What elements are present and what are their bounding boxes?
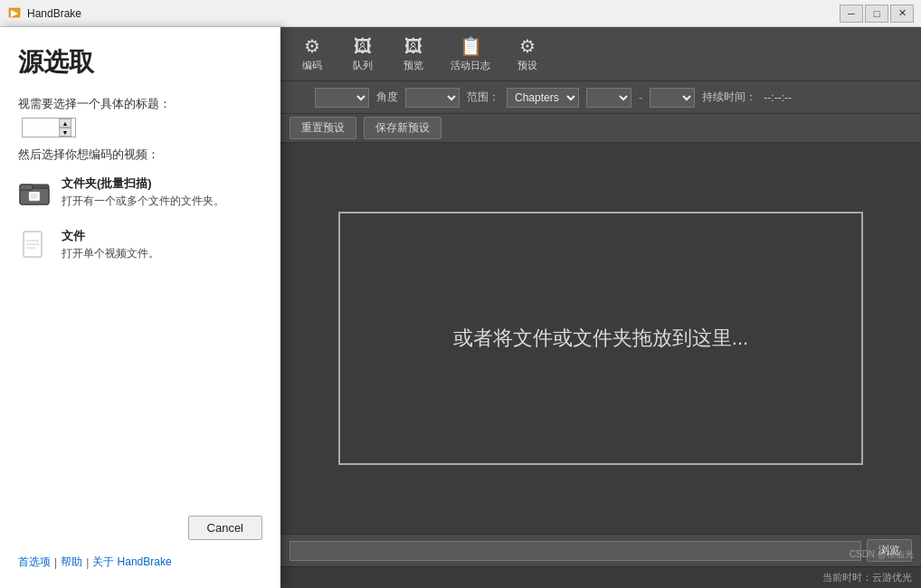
status-text: 当前时时：云游优光 xyxy=(822,571,912,584)
source-panel: 源选取 视需要选择一个具体的标题： ▲ ▼ 然后选择你想编码的视频： xyxy=(0,27,280,588)
maximize-button[interactable]: □ xyxy=(865,5,888,23)
reset-presets-button[interactable]: 重置预设 xyxy=(290,117,356,139)
angle-label: 角度 xyxy=(376,90,398,105)
chapters-select[interactable]: Chapters xyxy=(507,88,579,108)
about-link[interactable]: 关于 HandBrake xyxy=(92,555,171,570)
angle-value-select[interactable] xyxy=(405,88,460,108)
app-icon xyxy=(7,6,22,21)
svg-rect-4 xyxy=(20,185,33,190)
sep1: | xyxy=(54,556,57,569)
spin-down[interactable]: ▼ xyxy=(59,128,71,137)
bottom-bar: 浏览 xyxy=(280,534,921,566)
range-dash: - xyxy=(639,90,642,104)
file-option-desc: 打开单个视频文件。 xyxy=(62,246,159,261)
title-selector: ▲ ▼ xyxy=(18,118,262,138)
encode-icon: ⚙ xyxy=(304,35,320,57)
presets-button[interactable]: ⚙ 预设 xyxy=(505,32,550,76)
title-select-label: 视需要选择一个具体的标题： xyxy=(18,96,262,112)
prefs-link[interactable]: 首选项 xyxy=(18,555,51,570)
status-bar: 当前时时：云游优光 xyxy=(280,566,921,588)
angle-select[interactable] xyxy=(315,88,369,108)
folder-option-desc: 打开有一个或多个文件的文件夹。 xyxy=(62,194,224,209)
video-select-label: 然后选择你想编码的视频： xyxy=(18,147,262,163)
help-link[interactable]: 帮助 xyxy=(61,555,82,570)
source-panel-title: 源选取 xyxy=(18,45,262,80)
chapter-end-select[interactable] xyxy=(650,88,695,108)
minimize-button[interactable]: ─ xyxy=(840,5,863,23)
drop-zone[interactable]: 或者将文件或文件夹拖放到这里... xyxy=(338,212,863,465)
title-spinbox[interactable]: ▲ ▼ xyxy=(22,118,76,138)
spin-arrows: ▲ ▼ xyxy=(59,119,73,137)
cancel-button[interactable]: Cancel xyxy=(188,516,262,540)
title-bar: HandBrake ─ □ ✕ xyxy=(0,0,921,27)
duration-label: 持续时间： xyxy=(702,90,756,105)
presets-icon: ⚙ xyxy=(519,35,536,57)
file-icon xyxy=(18,228,51,264)
file-option[interactable]: 文件 打开单个视频文件。 xyxy=(18,228,262,264)
preview-button[interactable]: 🖼 预览 xyxy=(391,33,436,76)
folder-icon xyxy=(18,175,51,212)
watermark: CSDN @稚临光 xyxy=(850,548,914,561)
spin-up[interactable]: ▲ xyxy=(59,119,71,128)
control-row: 角度 范围： Chapters - 持续时间： --:--:-- xyxy=(280,81,921,114)
source-spacer xyxy=(18,280,262,516)
queue-button[interactable]: 🖼 队列 xyxy=(340,33,385,76)
window-controls: ─ □ ✕ xyxy=(840,5,914,23)
close-button[interactable]: ✕ xyxy=(890,5,914,23)
activity-button[interactable]: 📋 活动日志 xyxy=(442,32,499,76)
drop-zone-container: 或者将文件或文件夹拖放到这里... xyxy=(280,143,921,534)
preview-icon: 🖼 xyxy=(404,36,423,57)
file-option-name: 文件 xyxy=(62,228,159,244)
source-footer: 首选项 | 帮助 | 关于 HandBrake xyxy=(18,555,262,570)
folder-option[interactable]: 文件夹(批量扫描) 打开有一个或多个文件的文件夹。 xyxy=(18,175,262,212)
main-layout: 源选取 视需要选择一个具体的标题： ▲ ▼ 然后选择你想编码的视频： xyxy=(0,27,921,588)
sep2: | xyxy=(86,556,89,569)
action-row: 重置预设 保存新预设 xyxy=(280,114,921,143)
activity-icon: 📋 xyxy=(460,35,482,57)
queue-icon: 🖼 xyxy=(354,36,372,57)
right-area: ⚙ 编码 🖼 队列 🖼 预览 📋 活动日志 ⚙ 预设 xyxy=(280,27,921,588)
encode-button[interactable]: ⚙ 编码 xyxy=(290,32,335,76)
app-title: HandBrake xyxy=(27,7,840,20)
toolbar: ⚙ 编码 🖼 队列 🖼 预览 📋 活动日志 ⚙ 预设 xyxy=(280,27,921,81)
folder-option-name: 文件夹(批量扫描) xyxy=(62,175,224,192)
output-path-input[interactable] xyxy=(290,541,861,561)
duration-value: --:--:-- xyxy=(764,91,792,104)
chapter-start-select[interactable] xyxy=(586,88,631,108)
range-label: 范围： xyxy=(467,90,499,105)
drop-zone-text: 或者将文件或文件夹拖放到这里... xyxy=(453,325,748,352)
save-preset-button[interactable]: 保存新预设 xyxy=(364,117,442,139)
